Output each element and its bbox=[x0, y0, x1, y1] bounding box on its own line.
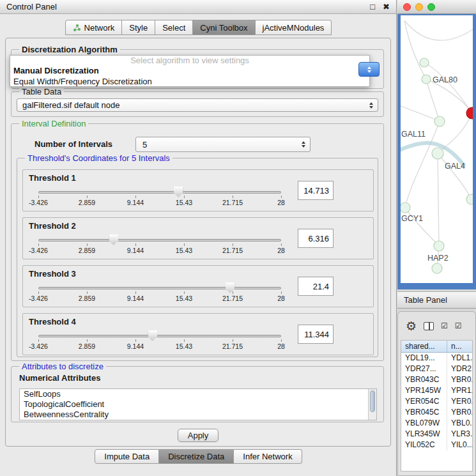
slider-scale-label: 15.43 bbox=[176, 247, 192, 254]
slider-thumb[interactable] bbox=[226, 282, 235, 293]
network-node[interactable] bbox=[434, 241, 444, 251]
slider-thumb[interactable] bbox=[148, 330, 157, 341]
slider-tick bbox=[281, 196, 282, 198]
network-node[interactable] bbox=[434, 116, 445, 127]
slider-scale-label: 15.43 bbox=[176, 295, 192, 302]
bottom-tab-bar: Impute Data Discretize Data Infer Networ… bbox=[0, 449, 397, 464]
network-node[interactable] bbox=[401, 203, 410, 213]
slider-scale-label: 2.859 bbox=[79, 342, 95, 350]
threshold-slider[interactable]: -3.4262.8599.14415.4321.71528 bbox=[29, 185, 290, 210]
tab-impute-data[interactable]: Impute Data bbox=[95, 449, 159, 464]
network-node-label: GAL11 bbox=[401, 130, 426, 139]
minimize-button[interactable] bbox=[415, 3, 423, 11]
network-node[interactable] bbox=[420, 58, 429, 67]
algorithm-dropdown-popup: Select algorithm to view settings Manual… bbox=[10, 55, 370, 87]
table-row[interactable]: YLR345WYLR3... bbox=[401, 429, 472, 440]
slider-track[interactable] bbox=[38, 239, 281, 242]
tab-network[interactable]: Network bbox=[65, 20, 123, 35]
slider-tick bbox=[184, 196, 185, 198]
tab-label: Select bbox=[162, 23, 185, 33]
slider-track[interactable] bbox=[38, 287, 281, 289]
slider-scale-label: 2.859 bbox=[79, 247, 95, 254]
gear-icon[interactable]: ⚙ bbox=[406, 320, 417, 332]
network-node[interactable] bbox=[432, 148, 443, 159]
column-header-shared-name[interactable]: shared... bbox=[401, 341, 447, 352]
tab-style[interactable]: Style bbox=[122, 20, 155, 35]
threshold-label: Threshold 1 bbox=[29, 173, 76, 183]
network-edge bbox=[404, 20, 426, 79]
numerical-attributes-list[interactable]: SelfLoopsTopologicalCoefficientBetweenne… bbox=[19, 388, 377, 420]
threshold-value-field[interactable] bbox=[298, 325, 334, 344]
table-row[interactable]: YBL079WYBL0... bbox=[401, 418, 472, 429]
slider-scale-label: 15.43 bbox=[176, 199, 192, 206]
table-cell: YBR043C bbox=[401, 374, 447, 385]
network-node[interactable] bbox=[432, 263, 442, 273]
network-node[interactable] bbox=[422, 75, 431, 84]
tab-jactivemodules[interactable]: jActiveMNodules bbox=[256, 20, 332, 35]
table-row[interactable]: YDR27...YDR2... bbox=[401, 364, 472, 374]
slider-thumb[interactable] bbox=[174, 187, 183, 197]
slider-scale-label: 21.715 bbox=[222, 295, 243, 302]
table-row[interactable]: YIL052CYIL0... bbox=[401, 440, 472, 450]
table-row[interactable]: YBR045CYBR0... bbox=[401, 407, 472, 418]
threshold-value-field[interactable] bbox=[298, 277, 334, 296]
apply-button[interactable]: Apply bbox=[178, 429, 219, 442]
table-cell: YER054C bbox=[401, 396, 447, 407]
slider-thumb[interactable] bbox=[109, 234, 118, 245]
slider-tick bbox=[184, 243, 185, 246]
slider-tick bbox=[135, 243, 136, 246]
network-view-frame: GAL80GAL11GAL4GCY1HAP2 bbox=[397, 14, 476, 289]
close-button[interactable] bbox=[403, 3, 411, 11]
table-row[interactable]: YPR145WYPR1... bbox=[401, 385, 472, 396]
select-column-checkbox-icon[interactable]: ☑ bbox=[455, 322, 462, 330]
attribute-list-item[interactable]: SelfLoops bbox=[20, 389, 376, 399]
table-data-combo[interactable]: galFiltered.sif default node bbox=[17, 98, 378, 112]
tab-infer-network[interactable]: Infer Network bbox=[234, 449, 302, 464]
table-row[interactable]: YER054CYER0... bbox=[401, 396, 472, 407]
close-icon[interactable]: ✖ bbox=[383, 2, 390, 12]
columns-icon[interactable] bbox=[424, 322, 434, 330]
threshold-value-field[interactable] bbox=[298, 181, 334, 200]
threshold-value-field[interactable] bbox=[298, 229, 334, 248]
threshold-slider[interactable]: -3.4262.8599.14415.4321.71528 bbox=[29, 281, 290, 305]
network-node-selected[interactable] bbox=[466, 107, 473, 119]
network-window-titlebar bbox=[397, 0, 476, 14]
table-row[interactable]: YDL19...YDL1... bbox=[401, 353, 472, 364]
slider-scale-label: -3.426 bbox=[29, 199, 48, 206]
slider-tick bbox=[87, 243, 88, 246]
table-cell: YBR0... bbox=[447, 407, 472, 418]
tab-discretize-data[interactable]: Discretize Data bbox=[159, 449, 234, 464]
dropdown-option-manual[interactable]: Manual Discretization bbox=[10, 65, 369, 76]
num-intervals-combo[interactable]: 5 bbox=[135, 137, 311, 152]
slider-scale-label: 21.715 bbox=[222, 199, 243, 206]
combo-arrows-button[interactable] bbox=[358, 62, 380, 77]
attribute-list-item[interactable]: BetweennessCentrality bbox=[20, 410, 376, 420]
num-intervals-value: 5 bbox=[141, 140, 147, 150]
threshold-slider[interactable]: -3.4262.8599.14415.4321.71528 bbox=[29, 329, 290, 353]
scrollbar-thumb[interactable] bbox=[370, 390, 375, 412]
table-row[interactable]: YBR043CYBR0... bbox=[401, 374, 472, 385]
zoom-button[interactable] bbox=[427, 3, 435, 11]
slider-tick bbox=[135, 339, 136, 342]
slider-track[interactable] bbox=[38, 191, 281, 194]
desktop: Control Panel □ ✖ Network Style Select C… bbox=[0, 0, 476, 476]
slider-scale-label: 9.144 bbox=[127, 295, 144, 302]
float-window-icon[interactable]: □ bbox=[370, 2, 375, 12]
column-header-name[interactable]: n... bbox=[447, 341, 472, 352]
tab-cyni-toolbox[interactable]: Cyni Toolbox bbox=[193, 20, 255, 35]
network-icon bbox=[73, 24, 81, 32]
attribute-list-item[interactable]: TopologicalCoefficient bbox=[20, 399, 376, 410]
threshold-slider[interactable]: -3.4262.8599.14415.4321.71528 bbox=[29, 233, 290, 257]
slider-scale-label: 15.43 bbox=[176, 342, 192, 350]
slider-tick bbox=[38, 243, 39, 246]
tab-label: Impute Data bbox=[104, 452, 150, 461]
network-canvas[interactable]: GAL80GAL11GAL4GCY1HAP2 bbox=[401, 15, 473, 283]
tab-select[interactable]: Select bbox=[155, 20, 193, 35]
network-node[interactable] bbox=[466, 194, 473, 204]
select-all-checkbox-icon[interactable]: ☑ bbox=[441, 322, 448, 330]
slider-scale-label: 9.144 bbox=[127, 247, 144, 254]
dropdown-option-equal-width[interactable]: Equal Width/Frequency Discretization bbox=[10, 76, 369, 87]
list-scrollbar[interactable] bbox=[368, 389, 376, 420]
slider-tick bbox=[38, 196, 39, 198]
slider-track[interactable] bbox=[38, 335, 281, 337]
